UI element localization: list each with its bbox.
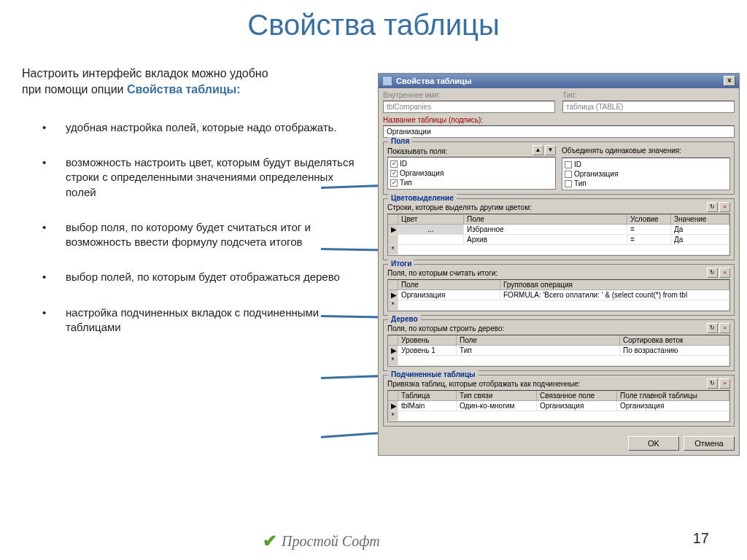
colors-label: Строки, которые выделять другим цветом:	[387, 203, 532, 212]
grid-row: ▶ ... Избранное = Да	[388, 225, 729, 235]
refresh-button[interactable]: ↻	[707, 268, 718, 278]
group-subtables: Подчиненные таблицы Привязка таблиц, кот…	[383, 375, 735, 427]
field-checkbox-row: ✓Тип	[390, 178, 553, 187]
caption-input[interactable]: Организации	[383, 125, 735, 138]
totals-grid[interactable]: Поле Групповая операция ▶ Организация FO…	[387, 279, 730, 311]
grid-row: ▶ tblMain Один-ко-многим Организация Орг…	[388, 401, 729, 411]
totals-label: Поля, по которым считать итоги:	[387, 269, 498, 278]
tree-grid[interactable]: Уровень Поле Сортировка веток ▶ Уровень …	[387, 335, 730, 367]
table-properties-dialog: Свойства таблицы × Внутреннее имя: tblCo…	[378, 73, 740, 456]
group-title-tree: Дерево	[388, 315, 421, 323]
arrow-icon	[321, 432, 384, 438]
checkbox-icon[interactable]: ✓	[390, 179, 398, 187]
group-title-colors: Цветовыделение	[388, 194, 457, 202]
checkbox-icon[interactable]	[565, 171, 572, 178]
intro-text: Настроить интерфейс вкладок можно удобно…	[22, 66, 357, 98]
bullet-list: удобная настройка полей, которые надо от…	[22, 120, 357, 335]
bullet-item: выбор поля, по которому будет считаться …	[22, 220, 357, 250]
group-title-subtables: Подчиненные таблицы	[388, 370, 479, 378]
group-tree: Дерево Поля, по которым строить дерево: …	[383, 319, 735, 371]
left-column: Настроить интерфейс вкладок можно удобно…	[22, 66, 357, 355]
bullet-item: возможность настроить цвет, которым буду…	[22, 155, 357, 200]
internal-name-input[interactable]: tblCompanies	[383, 101, 555, 113]
ok-button[interactable]: OK	[628, 436, 679, 451]
field-checkbox-row: ✓ID	[390, 159, 553, 168]
subtables-grid[interactable]: Таблица Тип связи Связанное поле Поле гл…	[387, 390, 730, 422]
tree-label: Поля, по которым строить дерево:	[387, 324, 504, 333]
group-totals: Итоги Поля, по которым считать итоги: ↻×…	[383, 264, 735, 316]
intro-line2-prefix: при помощи опции	[22, 83, 127, 96]
move-up-button[interactable]: ▲	[533, 145, 543, 155]
type-input[interactable]: таблица (TABLE)	[562, 101, 735, 113]
show-fields-listbox[interactable]: ✓ID ✓Организация ✓Тип	[387, 157, 556, 190]
bullet-item: выбор полей, по которым будет отображать…	[22, 270, 357, 284]
field-checkbox-row: ID	[565, 160, 727, 169]
dialog-buttons: OK Отмена	[379, 433, 739, 455]
delete-button[interactable]: ×	[719, 268, 730, 278]
grid-row: Архив = Да	[388, 235, 729, 245]
checkbox-icon[interactable]: ✓	[390, 160, 398, 168]
checkbox-icon[interactable]	[565, 161, 572, 168]
arrow-icon	[321, 375, 384, 379]
intro-line2-em: Свойства таблицы:	[127, 83, 241, 96]
footer-text: Простой Софт	[282, 533, 380, 550]
refresh-button[interactable]: ↻	[707, 323, 718, 333]
app-icon	[382, 76, 392, 86]
merge-fields-label: Объединять одинаковые значения:	[562, 147, 730, 155]
checkbox-icon[interactable]	[565, 180, 572, 187]
delete-button[interactable]: ×	[719, 202, 730, 212]
show-fields-label: Показывать поля:	[387, 147, 447, 155]
move-down-button[interactable]: ▼	[545, 145, 556, 155]
grid-row: ▶ Уровень 1 Тип По возрастанию	[388, 346, 729, 356]
checkbox-icon[interactable]: ✓	[390, 170, 398, 177]
group-fields: Поля Показывать поля: ▲▼ ✓ID ✓Организаци…	[383, 141, 735, 195]
merge-fields-listbox[interactable]: ID Организация Тип	[562, 158, 730, 190]
dialog-body: Внутреннее имя: tblCompanies Тип: таблиц…	[379, 88, 739, 433]
grid-new-row: *	[388, 411, 729, 421]
intro-line1: Настроить интерфейс вкладок можно удобно	[22, 67, 268, 79]
checkmark-icon: ✔	[263, 531, 277, 551]
group-title-totals: Итоги	[388, 260, 414, 268]
refresh-button[interactable]: ↻	[707, 202, 718, 212]
grid-new-row: *	[388, 300, 729, 311]
group-title-fields: Поля	[388, 137, 412, 145]
subtables-label: Привязка таблиц, которые отображать как …	[387, 380, 581, 389]
grid-row: ▶ Организация FORMULA: 'Всего оплатили: …	[388, 290, 729, 300]
bullet-item: удобная настройка полей, которые надо от…	[22, 120, 357, 135]
cancel-button[interactable]: Отмена	[684, 436, 735, 451]
field-checkbox-row: Организация	[565, 169, 727, 179]
field-checkbox-row: ✓Организация	[390, 168, 553, 178]
titlebar: Свойства таблицы ×	[379, 74, 739, 88]
page-number: 17	[693, 530, 709, 547]
footer-logo: ✔ Простой Софт	[263, 531, 380, 551]
field-checkbox-row: Тип	[565, 179, 727, 188]
dialog-title: Свойства таблицы	[396, 77, 471, 85]
internal-name-label: Внутреннее имя:	[383, 91, 555, 99]
bullet-item: настройка подчиненных вкладок с подчинен…	[22, 306, 357, 335]
caption-label: Название таблицы (подпись):	[383, 116, 735, 124]
type-label: Тип:	[562, 91, 735, 99]
group-colors: Цветовыделение Строки, которые выделять …	[383, 198, 735, 260]
colors-grid[interactable]: Цвет Поле Условие Значение ▶ ... Избранн…	[387, 214, 730, 256]
delete-button[interactable]: ×	[719, 378, 730, 389]
close-button[interactable]: ×	[724, 76, 735, 86]
delete-button[interactable]: ×	[719, 323, 730, 333]
slide-title: Свойства таблицы	[0, 0, 747, 46]
refresh-button[interactable]: ↻	[707, 378, 718, 389]
grid-new-row: *	[388, 245, 729, 255]
grid-new-row: *	[388, 356, 729, 366]
